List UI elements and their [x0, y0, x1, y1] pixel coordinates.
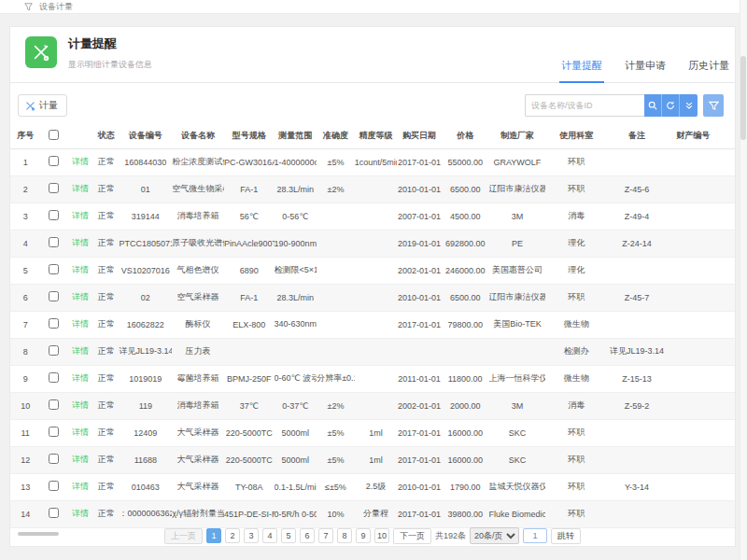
row-checkbox[interactable]: [49, 264, 59, 274]
cell-filler: [720, 500, 735, 527]
page-button-4[interactable]: 4: [262, 528, 277, 543]
cell-grade: [355, 311, 398, 338]
row-checkbox[interactable]: [49, 508, 59, 518]
cell-select: [40, 338, 66, 365]
tab-计量提醒[interactable]: 计量提醒: [559, 59, 604, 83]
cell-status: 正常: [93, 257, 119, 284]
cell-note: Z-24-14: [607, 230, 667, 257]
tab-历史计量[interactable]: 历史计量: [686, 59, 731, 83]
page-button-9[interactable]: 9: [356, 528, 371, 543]
jump-page-input[interactable]: [523, 528, 547, 543]
prev-page-button[interactable]: 上一页: [164, 528, 203, 544]
filter-button[interactable]: [703, 94, 724, 117]
page-scrollbar-thumb[interactable]: [740, 56, 746, 140]
page-button-2[interactable]: 2: [225, 528, 240, 543]
cell-model: [224, 338, 275, 365]
page-button-7[interactable]: 7: [318, 528, 333, 543]
table-row: 7详情正常16062822酶标仪ELX-800340-630nm滤光片2017-…: [10, 311, 735, 338]
magnifier-icon: [648, 101, 657, 110]
cell-price: 1790.00: [442, 473, 489, 500]
tools-icon: [25, 101, 35, 111]
search-button[interactable]: [644, 94, 662, 117]
jump-button[interactable]: 跳转: [551, 528, 581, 544]
search-input[interactable]: [525, 94, 644, 117]
table-row: 1详情正常160844030粉尘浓度测试仪PC-GW3016A1-4000000…: [10, 148, 735, 175]
row-checkbox[interactable]: [49, 291, 59, 301]
row-checkbox[interactable]: [49, 183, 59, 193]
page-button-1[interactable]: 1: [206, 528, 221, 543]
cell-maker: 盐城天悦仪器仪表有限公司: [489, 473, 546, 500]
row-checkbox[interactable]: [49, 345, 59, 356]
cell-price: 55000.00: [442, 148, 489, 175]
measure-button[interactable]: 计量: [18, 94, 67, 117]
cell-grade: [355, 175, 398, 203]
main-card: 计量提醒 显示明细计量设备信息 计量提醒计量申请历史计量 计量: [9, 26, 736, 547]
detail-link[interactable]: 详情: [72, 455, 89, 464]
row-checkbox[interactable]: [49, 237, 59, 247]
cell-status: 正常: [93, 203, 119, 230]
next-page-button[interactable]: 下一页: [393, 528, 431, 544]
page-button-5[interactable]: 5: [281, 528, 296, 543]
cell-detail: 详情: [67, 311, 93, 338]
cell-range: 0.1-1.5L/min: [275, 473, 317, 500]
select-all-checkbox[interactable]: [49, 130, 59, 140]
cell-asset: [667, 203, 720, 230]
cell-accuracy: ≤±5%: [317, 473, 355, 500]
page-button-10[interactable]: 10: [374, 528, 389, 543]
cell-asset: [667, 230, 720, 257]
cell-accuracy: ±5%: [317, 148, 355, 175]
detail-link[interactable]: 详情: [72, 400, 89, 410]
funnel-icon[interactable]: [24, 3, 33, 11]
detail-link[interactable]: 详情: [72, 211, 89, 220]
cell-range: 340-630nm滤光片: [275, 311, 317, 338]
detail-link[interactable]: 详情: [72, 238, 89, 247]
row-checkbox[interactable]: [49, 372, 59, 383]
detail-link[interactable]: 详情: [72, 184, 89, 193]
detail-link[interactable]: 详情: [72, 265, 89, 274]
page-button-3[interactable]: 3: [244, 528, 259, 543]
cell-filler: [720, 392, 735, 419]
detail-link[interactable]: 详情: [72, 427, 89, 437]
detail-link[interactable]: 详情: [72, 482, 89, 491]
cell-seq: 9: [10, 365, 40, 392]
detail-link[interactable]: 详情: [72, 509, 89, 518]
cell-price: [442, 338, 489, 365]
tab-计量申请[interactable]: 计量申请: [623, 59, 668, 83]
row-checkbox[interactable]: [49, 210, 59, 220]
detail-link[interactable]: 详情: [72, 157, 89, 166]
refresh-button[interactable]: [662, 94, 680, 117]
cell-note: Y-3-14: [607, 473, 667, 500]
cell-name: χ/γ辐射剂量当量率仪: [172, 500, 224, 527]
page-scrollbar[interactable]: [740, 0, 747, 560]
page-button-6[interactable]: 6: [300, 528, 315, 543]
col-设备名称: 设备名称: [172, 124, 224, 148]
detail-link[interactable]: 详情: [72, 319, 89, 329]
cell-note: [607, 419, 667, 446]
cell-accuracy: ±5%: [317, 446, 355, 473]
row-checkbox[interactable]: [49, 318, 59, 329]
double-chevron-down-icon: [684, 101, 694, 110]
row-checkbox[interactable]: [49, 481, 59, 491]
topbar: 设备计量: [0, 0, 747, 14]
row-checkbox[interactable]: [49, 399, 59, 410]
cell-select: [40, 175, 66, 203]
cell-seq: 6: [10, 284, 40, 311]
breadcrumb[interactable]: 设备计量: [39, 1, 73, 13]
cell-filler: [720, 148, 735, 175]
table-row: 10详情正常119消毒培养箱37℃0-37℃±2%2002-01-012000.…: [10, 392, 735, 419]
detail-link[interactable]: 详情: [72, 373, 89, 383]
cell-grade: 1ml: [355, 446, 398, 473]
expand-button[interactable]: [680, 94, 698, 117]
row-checkbox[interactable]: [49, 156, 59, 166]
detail-link[interactable]: 详情: [72, 292, 89, 301]
cell-asset: [667, 392, 720, 419]
page-size-select[interactable]: 20条/页: [470, 527, 519, 544]
cell-seq: 11: [10, 419, 40, 446]
row-checkbox[interactable]: [49, 454, 59, 464]
row-checkbox[interactable]: [49, 427, 59, 437]
cell-price: 79800.00: [442, 311, 489, 338]
funnel-lines-icon: [709, 101, 719, 111]
cell-seq: 12: [10, 446, 40, 473]
page-button-8[interactable]: 8: [337, 528, 352, 543]
detail-link[interactable]: 详情: [72, 346, 89, 356]
